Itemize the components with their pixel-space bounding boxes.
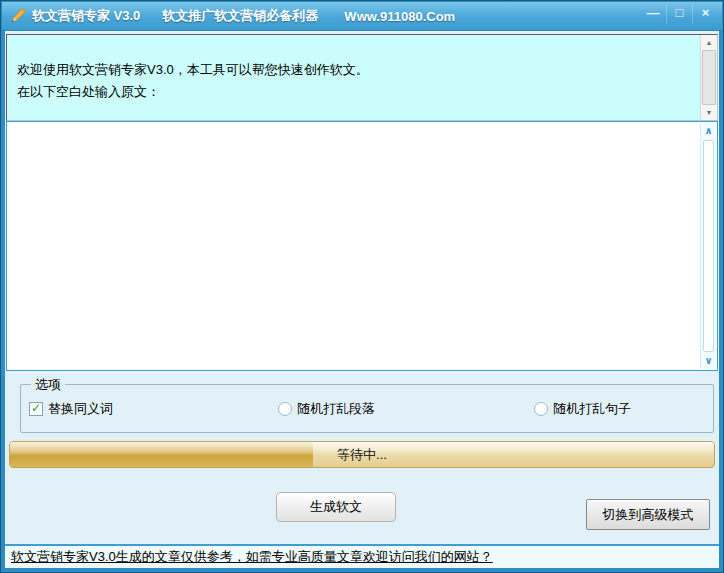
pencil-icon <box>8 6 28 26</box>
editor-scrollbar[interactable]: ∧ ∨ <box>700 123 716 369</box>
radio-icon <box>534 402 548 416</box>
titlebar-url: Www.911080.Com <box>344 9 455 24</box>
article-input[interactable]: ∧ ∨ <box>6 121 718 371</box>
radio-shuffle-sentences[interactable]: 随机打乱句子 <box>534 400 631 418</box>
checkbox-icon: ✓ <box>29 402 43 416</box>
window-body: 欢迎使用软文营销专家V3.0，本工具可以帮您快速创作软文。 在以下空白处输入原文… <box>2 31 722 571</box>
radio-label: 随机打乱段落 <box>297 400 375 418</box>
welcome-line2: 在以下空白处输入原文： <box>17 81 687 103</box>
main-panel: 欢迎使用软文营销专家V3.0，本工具可以帮您快速创作软文。 在以下空白处输入原文… <box>5 31 719 546</box>
scrollbar-thumb[interactable] <box>702 50 716 105</box>
checkbox-label: 替换同义词 <box>48 400 113 418</box>
website-link[interactable]: 软文营销专家V3.0生成的文章仅供参考，如需专业高质量文章欢迎访问我们的网站？ <box>11 548 493 566</box>
window-controls: — □ × <box>640 4 718 24</box>
window-subtitle: 软文推广软文营销必备利器 <box>162 7 318 25</box>
status-bar: 软文营销专家V3.0生成的文章仅供参考，如需专业高质量文章欢迎访问我们的网站？ <box>5 546 719 568</box>
progress-bar: 等待中... <box>9 441 715 468</box>
titlebar[interactable]: 软文营销专家 V3.0 软文推广软文营销必备利器 Www.911080.Com … <box>2 2 722 31</box>
checkbox-replace-synonyms[interactable]: ✓ 替换同义词 <box>29 400 113 418</box>
scroll-down-icon[interactable]: ∨ <box>701 353 716 369</box>
scrollbar-thumb[interactable] <box>703 140 714 352</box>
progress-label: 等待中... <box>10 442 714 467</box>
welcome-scrollbar[interactable]: ▲ ▼ <box>700 35 717 120</box>
window-title: 软文营销专家 V3.0 <box>32 7 140 25</box>
options-group-label: 选项 <box>31 376 65 394</box>
scroll-up-icon[interactable]: ∧ <box>701 123 716 139</box>
scroll-down-icon[interactable]: ▼ <box>701 105 717 120</box>
options-group: 选项 ✓ 替换同义词 随机打乱段落 随机打乱句子 <box>20 384 714 433</box>
welcome-line1: 欢迎使用软文营销专家V3.0，本工具可以帮您快速创作软文。 <box>17 59 687 81</box>
switch-advanced-mode-button[interactable]: 切换到高级模式 <box>586 499 710 530</box>
welcome-box: 欢迎使用软文营销专家V3.0，本工具可以帮您快速创作软文。 在以下空白处输入原文… <box>6 34 718 121</box>
radio-icon <box>278 402 292 416</box>
close-button[interactable]: × <box>692 4 718 24</box>
generate-button[interactable]: 生成软文 <box>276 492 396 522</box>
app-window: 软文营销专家 V3.0 软文推广软文营销必备利器 Www.911080.Com … <box>0 0 724 573</box>
minimize-button[interactable]: — <box>640 4 666 24</box>
radio-label: 随机打乱句子 <box>553 400 631 418</box>
radio-shuffle-paragraphs[interactable]: 随机打乱段落 <box>278 400 375 418</box>
scroll-up-icon[interactable]: ▲ <box>701 35 717 50</box>
maximize-button[interactable]: □ <box>666 4 692 24</box>
